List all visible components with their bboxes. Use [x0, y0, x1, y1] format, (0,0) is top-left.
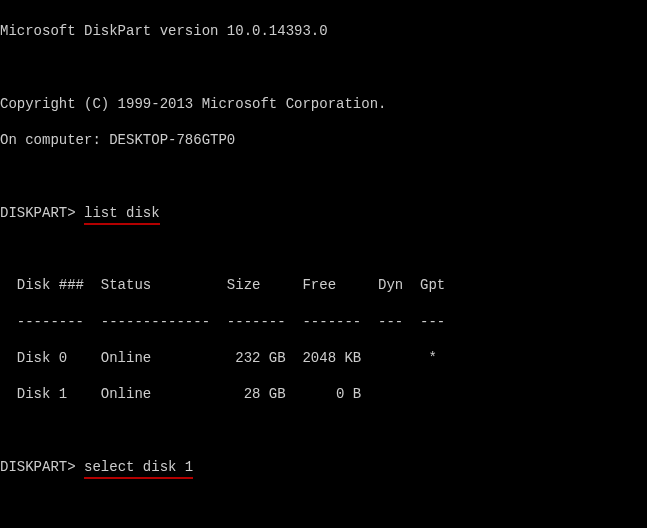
prompt: DISKPART> [0, 459, 76, 475]
diskpart-terminal[interactable]: Microsoft DiskPart version 10.0.14393.0 … [0, 0, 647, 528]
table-separator: -------- ------------- ------- ------- -… [0, 313, 647, 331]
command-text: list disk [84, 204, 160, 222]
computer-line: On computer: DESKTOP-786GTP0 [0, 131, 647, 149]
table-row: Disk 0 Online 232 GB 2048 KB * [0, 349, 647, 367]
table-header: Disk ### Status Size Free Dyn Gpt [0, 276, 647, 294]
cmd-select-disk: DISKPART> select disk 1 [0, 458, 647, 476]
version-line: Microsoft DiskPart version 10.0.14393.0 [0, 22, 647, 40]
cmd-list-disk: DISKPART> list disk [0, 204, 647, 222]
command-text: select disk 1 [84, 458, 193, 476]
table-row: Disk 1 Online 28 GB 0 B [0, 385, 647, 403]
copyright-line: Copyright (C) 1999-2013 Microsoft Corpor… [0, 95, 647, 113]
prompt: DISKPART> [0, 205, 76, 221]
